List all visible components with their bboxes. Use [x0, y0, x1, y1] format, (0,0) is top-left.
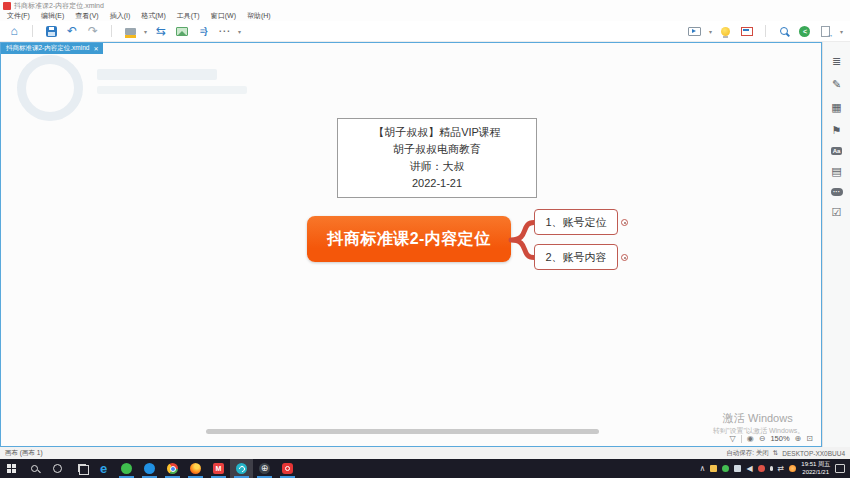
save-button[interactable] [44, 23, 58, 39]
menu-file[interactable]: 文件(F) [7, 11, 30, 21]
editor-area: 抖商标准课2-内容定位.xmind ✕ 【胡子叔叔】精品VIP课程 胡子叔叔电商… [0, 42, 850, 447]
marker-flag-icon[interactable]: ⚑ [830, 124, 844, 137]
eye-icon[interactable]: ◉ [747, 434, 754, 443]
titlebar: 抖商标准课2-内容定位.xmind [0, 0, 850, 11]
microphone-icon[interactable] [770, 466, 773, 471]
lightbulb-icon [721, 27, 730, 36]
menu-help[interactable]: 帮助(H) [247, 11, 271, 21]
clock-time: 19:51 周五 [801, 461, 830, 469]
outline-button[interactable]: ≡} [196, 23, 210, 39]
tray-app-icon[interactable] [722, 465, 729, 472]
volume-icon[interactable]: ◀ [746, 465, 752, 473]
taskbar-app-blue[interactable] [138, 459, 161, 478]
outline-panel-icon[interactable]: ≣ [830, 55, 844, 68]
tray-app-icon[interactable] [710, 465, 717, 472]
toolbar-divider [111, 25, 112, 37]
branch-topic-2[interactable]: 2、账号内容 [534, 244, 618, 270]
search-icon [780, 27, 788, 35]
brainstorm-button[interactable] [719, 23, 733, 39]
tray-app-icon[interactable] [789, 465, 796, 472]
fill-color-button[interactable] [123, 23, 137, 39]
insert-image-button[interactable] [175, 23, 189, 39]
windows-logo-icon [7, 464, 16, 473]
undo-button[interactable]: ↶ [65, 23, 79, 39]
horizontal-scrollbar[interactable] [206, 429, 599, 434]
filter-icon[interactable]: ▽ [730, 434, 736, 443]
export-icon [821, 26, 830, 37]
firefox-icon [190, 463, 201, 474]
taskbar-firefox[interactable] [184, 459, 207, 478]
presentation-icon [688, 27, 701, 36]
taskbar-edge[interactable]: e [92, 459, 115, 478]
collapse-toggle-icon[interactable] [621, 254, 628, 261]
label-icon[interactable]: Aa [831, 147, 843, 155]
menu-insert[interactable]: 插入(I) [110, 11, 131, 21]
branch-topic-1[interactable]: 1、账号定位 [534, 209, 618, 235]
fill-dropdown-arrow[interactable]: ▾ [144, 28, 147, 35]
taskbar-globe-app[interactable]: ⊕ [253, 459, 276, 478]
floating-topic-note[interactable]: 【胡子叔叔】精品VIP课程 胡子叔叔电商教育 讲师：大叔 2022-1-21 [337, 118, 537, 198]
tray-expand-icon[interactable]: ∧ [700, 465, 706, 473]
taskbar-app-green[interactable] [115, 459, 138, 478]
home-icon[interactable]: ⌂ [7, 23, 21, 39]
format-brush-icon[interactable]: ✎ [830, 78, 844, 91]
task-view-button[interactable] [69, 459, 92, 478]
task-icon[interactable]: ☑ [830, 206, 844, 219]
sheet-tab[interactable]: 画布 (画布 1) [5, 449, 43, 458]
taskbar-media-player[interactable] [230, 459, 253, 478]
image-panel-icon[interactable]: ▦ [830, 101, 844, 114]
taskbar-red-app[interactable] [276, 459, 299, 478]
search-button[interactable] [777, 23, 791, 39]
notification-center-icon[interactable] [835, 464, 845, 473]
tray-arrows-icon[interactable]: ⇄ [778, 465, 785, 473]
share-button[interactable] [798, 23, 812, 39]
menu-edit[interactable]: 编辑(E) [41, 11, 64, 21]
comment-icon[interactable]: ··· [831, 188, 843, 196]
fit-screen-button[interactable]: ⊡ [806, 434, 813, 443]
mindmap-canvas[interactable]: 抖商标准课2-内容定位.xmind ✕ 【胡子叔叔】精品VIP课程 胡子叔叔电商… [0, 42, 822, 447]
zoom-in-button[interactable]: ⊕ [795, 434, 802, 443]
fill-color-icon [125, 28, 136, 35]
note-line: 【胡子叔叔】精品VIP课程 [342, 124, 532, 141]
autosave-status: 自动保存: 关闭 [726, 449, 769, 458]
collapse-toggle-icon[interactable] [621, 219, 628, 226]
menubar: 文件(F) 编辑(E) 查看(V) 插入(I) 格式(M) 工具(T) 窗口(W… [0, 11, 850, 21]
slides-icon [741, 27, 753, 36]
menu-format[interactable]: 格式(M) [141, 11, 166, 21]
document-tab-label: 抖商标准课2-内容定位.xmind [6, 44, 89, 53]
media-player-icon [236, 463, 247, 474]
slides-button[interactable] [740, 23, 754, 39]
tray-app-icon[interactable] [758, 465, 765, 472]
zoom-level: 150% [770, 434, 789, 443]
taskbar-search-button[interactable] [23, 459, 46, 478]
cortana-button[interactable] [46, 459, 69, 478]
toolbar: ⌂ ↶ ↷ ▾ ⇆ ≡} ⋯ ▾ ▾ ▾ [0, 21, 850, 42]
sync-icon: ⇅ [773, 449, 778, 457]
zoom-out-button[interactable]: ⊖ [759, 434, 766, 443]
xmind-icon: M [213, 463, 224, 474]
close-tab-icon[interactable]: ✕ [93, 45, 98, 52]
more-tools-button[interactable]: ⋯ [217, 23, 231, 39]
note-panel-icon[interactable]: ▤ [830, 165, 844, 178]
export-dropdown-arrow[interactable]: ▾ [840, 28, 843, 35]
central-topic[interactable]: 抖商标准课2-内容定位 [307, 216, 511, 262]
redo-button[interactable]: ↷ [86, 23, 100, 39]
cortana-icon [53, 464, 62, 473]
more-dropdown-arrow[interactable]: ▾ [238, 28, 241, 35]
blue-app-icon [144, 463, 155, 474]
menu-view[interactable]: 查看(V) [75, 11, 98, 21]
relationship-button[interactable]: ⇆ [154, 23, 168, 39]
right-sidebar: ≣ ✎ ▦ ⚑ Aa ▤ ··· ☑ [822, 42, 850, 447]
export-button[interactable] [819, 23, 833, 39]
menu-window[interactable]: 窗口(W) [211, 11, 236, 21]
presentation-button[interactable] [688, 23, 702, 39]
document-tab[interactable]: 抖商标准课2-内容定位.xmind ✕ [1, 43, 103, 54]
start-button[interactable] [0, 459, 23, 478]
taskbar-xmind[interactable]: M [207, 459, 230, 478]
xmind-app-icon [3, 2, 11, 10]
presentation-dropdown-arrow[interactable]: ▾ [709, 28, 712, 35]
menu-tools[interactable]: 工具(T) [177, 11, 200, 21]
taskbar-chrome[interactable] [161, 459, 184, 478]
taskbar-clock[interactable]: 19:51 周五 2022/1/21 [801, 461, 830, 476]
tray-app-icon[interactable] [734, 465, 741, 472]
